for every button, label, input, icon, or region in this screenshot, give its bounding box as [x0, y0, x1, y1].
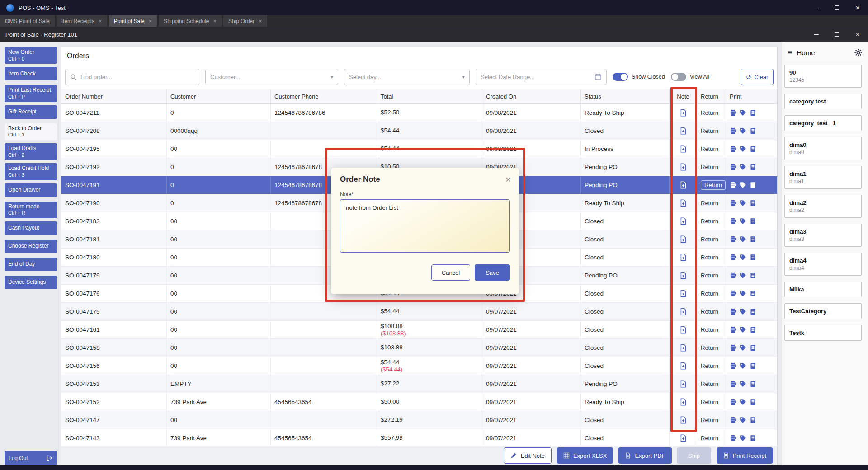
sidebar-item-load-credit-hold[interactable]: Load Credit HoldCtrl + 3	[5, 163, 57, 180]
note-add-icon[interactable]	[679, 326, 687, 334]
tag-icon[interactable]	[740, 254, 746, 261]
tag-icon[interactable]	[740, 290, 746, 297]
sidebar-item-item-check[interactable]: Item Check	[5, 67, 57, 80]
tab-point-of-sale[interactable]: Point of Sale×	[109, 15, 157, 27]
printer-icon[interactable]	[730, 182, 736, 188]
category-card-dima4[interactable]: dima4dima4	[784, 253, 862, 276]
table-row[interactable]: SO-004715800$108.8809/07/2021ClosedRetur…	[61, 339, 777, 357]
note-add-icon[interactable]	[679, 109, 687, 117]
column-header-created-on[interactable]: Created On	[482, 89, 581, 103]
printer-icon[interactable]	[730, 109, 736, 116]
return-link[interactable]: Return	[701, 435, 718, 442]
receipt-list-icon[interactable]	[750, 236, 756, 243]
tag-icon[interactable]	[740, 399, 746, 405]
printer-icon[interactable]	[730, 164, 736, 170]
dialog-close-icon[interactable]: ×	[505, 175, 511, 184]
tag-icon[interactable]	[740, 182, 746, 188]
receipt-list-icon[interactable]	[750, 200, 756, 207]
tag-icon[interactable]	[740, 200, 746, 207]
table-row[interactable]: SO-004719500$54.4409/08/2021In ProcessRe…	[61, 140, 777, 158]
printer-icon[interactable]	[730, 326, 736, 333]
tag-icon[interactable]	[740, 218, 746, 225]
logout-button[interactable]: Log Out	[5, 451, 57, 465]
note-add-icon[interactable]	[679, 127, 687, 135]
tab-shipping-schedule[interactable]: Shipping Schedule×	[159, 15, 222, 27]
note-add-icon[interactable]	[679, 163, 687, 171]
category-card-dima2[interactable]: dima2dima2	[784, 195, 862, 218]
note-add-icon[interactable]	[679, 217, 687, 225]
sidebar-item-print-last-receipt[interactable]: Print Last ReceiptCtrl + P	[5, 85, 57, 102]
clear-button[interactable]: ↺ Clear	[741, 69, 774, 85]
printer-icon[interactable]	[730, 417, 736, 423]
category-card-dima0[interactable]: dima0dima0	[784, 137, 862, 160]
close-button[interactable]: ×	[847, 0, 868, 15]
sidebar-item-return-mode[interactable]: Return modeCtrl + R	[5, 202, 57, 218]
receipt-list-icon[interactable]	[750, 344, 756, 351]
tag-icon[interactable]	[740, 146, 746, 152]
tag-icon[interactable]	[740, 326, 746, 333]
printer-icon[interactable]	[730, 399, 736, 405]
column-header-status[interactable]: Status	[581, 89, 670, 103]
category-card-category-test-1[interactable]: category_test _1	[784, 115, 862, 131]
return-link[interactable]: Return	[701, 218, 718, 225]
tag-icon[interactable]	[740, 164, 746, 170]
export-pdf-button[interactable]: Export PDF	[618, 447, 671, 464]
printer-icon[interactable]	[730, 200, 736, 207]
sidebar-item-choose-register[interactable]: Choose Register	[5, 240, 57, 253]
receipt-list-icon[interactable]	[750, 417, 756, 423]
category-card-dima1[interactable]: dima1dima1	[784, 166, 862, 189]
tag-icon[interactable]	[740, 109, 746, 116]
show-closed-toggle[interactable]	[613, 73, 628, 81]
note-add-icon[interactable]	[679, 308, 687, 315]
tab-close-icon[interactable]: ×	[259, 18, 262, 24]
return-link[interactable]: Return	[701, 381, 718, 387]
sidebar-item-end-of-day[interactable]: End of Day	[5, 258, 57, 271]
tab-close-icon[interactable]: ×	[149, 18, 152, 24]
sidebar-item-new-order[interactable]: New OrderCtrl + 0	[5, 47, 57, 64]
column-header-note[interactable]: Note	[670, 89, 697, 103]
printer-icon[interactable]	[730, 381, 736, 387]
note-add-icon[interactable]	[679, 235, 687, 243]
tag-icon[interactable]	[740, 435, 746, 442]
table-row[interactable]: SO-0047152739 Park Ave45456543654$50.000…	[61, 393, 777, 411]
table-row[interactable]: SO-004720800000qqq$54.4409/08/2021Closed…	[61, 122, 777, 140]
return-link[interactable]: Return	[701, 326, 718, 333]
note-add-icon[interactable]	[679, 254, 687, 261]
table-row[interactable]: SO-004717500$54.4409/07/2021ClosedReturn	[61, 303, 777, 321]
note-textarea[interactable]: note from Order List	[340, 199, 510, 253]
printer-icon[interactable]	[730, 218, 736, 225]
tag-icon[interactable]	[740, 381, 746, 387]
table-row[interactable]: SO-0047143739 Park Ave45456543654$557.98…	[61, 429, 777, 446]
maximize-button[interactable]	[826, 0, 847, 15]
sidebar-item-load-drafts[interactable]: Load DraftsCtrl + 2	[5, 143, 57, 160]
category-card-dima3[interactable]: dima3dima3	[784, 224, 862, 247]
return-link[interactable]: Return	[701, 344, 718, 351]
table-row[interactable]: SO-0047153EMPTY$27.2209/07/2021Pending P…	[61, 375, 777, 393]
tag-icon[interactable]	[740, 308, 746, 315]
sidebar-item-open-drawer[interactable]: Open Drawer	[5, 183, 57, 197]
note-add-icon[interactable]	[679, 272, 687, 279]
tag-icon[interactable]	[740, 362, 746, 369]
return-link[interactable]: Return	[701, 254, 718, 261]
printer-icon[interactable]	[730, 127, 736, 134]
register-minimize-button[interactable]	[806, 27, 826, 42]
return-link[interactable]: Return	[701, 290, 718, 297]
category-card-testcategory[interactable]: TestCategory	[784, 303, 862, 319]
return-link[interactable]: Return	[701, 146, 718, 152]
tab-oms-point-of-sale[interactable]: OMS Point of Sale	[0, 15, 55, 27]
sidebar-item-gift-receipt[interactable]: Gift Receipt	[5, 105, 57, 119]
tag-icon[interactable]	[740, 236, 746, 243]
note-add-icon[interactable]	[679, 416, 687, 424]
tab-item-receipts[interactable]: Item Receipts×	[57, 15, 107, 27]
category-card-testk[interactable]: Testk	[784, 325, 862, 341]
return-link[interactable]: Return	[701, 236, 718, 243]
register-close-button[interactable]: ×	[847, 27, 868, 42]
note-add-icon[interactable]	[679, 145, 687, 153]
column-header-total[interactable]: Total	[377, 89, 482, 103]
note-add-icon[interactable]	[679, 199, 687, 207]
return-link[interactable]: Return	[701, 127, 718, 134]
printer-icon[interactable]	[730, 236, 736, 243]
cancel-button[interactable]: Cancel	[431, 264, 470, 281]
category-card-milka[interactable]: Milka	[784, 282, 862, 297]
sidebar-item-device-settings[interactable]: Device Settings	[5, 276, 57, 289]
